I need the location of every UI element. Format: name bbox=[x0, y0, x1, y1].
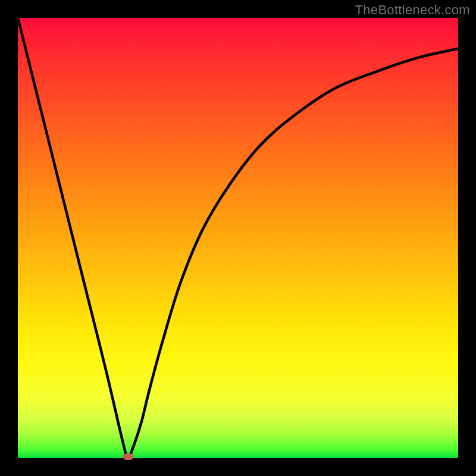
optimal-point-marker bbox=[123, 453, 133, 460]
attribution-label: TheBottleneck.com bbox=[355, 2, 470, 18]
chart-frame: TheBottleneck.com bbox=[0, 0, 476, 476]
bottleneck-curve bbox=[18, 18, 458, 458]
plot-area bbox=[18, 18, 458, 458]
